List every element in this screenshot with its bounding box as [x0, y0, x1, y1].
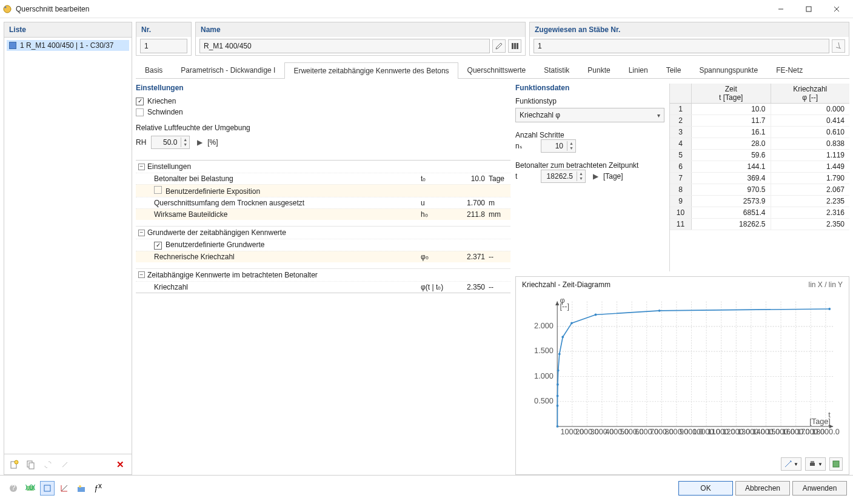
spin-down-icon: ▼	[181, 142, 189, 147]
title-bar: Querschnitt bearbeiten	[0, 0, 853, 18]
delete-button[interactable]: ✕	[112, 459, 129, 470]
svg-point-63	[557, 370, 560, 372]
svg-point-64	[558, 353, 561, 355]
table-row[interactable]: 6144.11.449	[670, 161, 849, 173]
dimensions-button[interactable]	[57, 481, 72, 496]
list-item[interactable]: 1 R_M1 400/450 | 1 - C30/37	[7, 40, 129, 51]
tree-category[interactable]: −Einstellungen	[136, 161, 510, 173]
assigned-input[interactable]	[534, 39, 829, 53]
assigned-box: Zugewiesen an Stäbe Nr.	[529, 22, 849, 56]
list-header: Liste	[4, 22, 132, 38]
rh-title: Relative Luftfeuchte der Umgebung	[136, 124, 510, 132]
link2-button	[58, 457, 72, 472]
table-row[interactable]: 8970.52.067	[670, 184, 849, 196]
function-button[interactable]: ƒx	[91, 481, 105, 496]
data-table: Zeitt [Tage] Kriechzahlφ [--] 110.00.000…	[669, 84, 849, 271]
tab-4[interactable]: Statistik	[535, 62, 578, 78]
svg-point-83	[79, 485, 81, 488]
table-row[interactable]: 106851.42.316	[670, 207, 849, 219]
tab-7[interactable]: Teile	[657, 62, 691, 78]
close-button[interactable]	[823, 1, 851, 18]
shrinkage-checkbox-row[interactable]: Schwinden	[136, 108, 510, 116]
apply-button[interactable]: Anwenden	[792, 481, 847, 496]
name-input[interactable]	[199, 39, 490, 53]
library-button[interactable]	[508, 39, 521, 53]
svg-text:0.500: 0.500	[534, 397, 554, 405]
tab-2[interactable]: Erweiterte zeitabhängige Kennwerte des B…	[284, 62, 458, 79]
new-button[interactable]	[7, 457, 21, 472]
tab-0[interactable]: Basis	[136, 62, 172, 78]
svg-point-66	[570, 322, 573, 324]
nr-input[interactable]	[140, 39, 187, 53]
tab-6[interactable]: Linien	[620, 62, 657, 78]
tab-8[interactable]: Spannungspunkte	[690, 62, 767, 78]
minimize-button[interactable]	[767, 1, 795, 18]
table-row[interactable]: 559.61.119	[670, 150, 849, 161]
table-row[interactable]: 110.00.000	[670, 104, 849, 115]
steps-symbol: nₛ	[515, 142, 536, 150]
svg-rect-75	[811, 461, 814, 463]
maximize-button[interactable]	[795, 1, 823, 18]
svg-rect-11	[514, 43, 516, 49]
table-row[interactable]: 316.10.610	[670, 127, 849, 138]
cancel-button[interactable]: Abbrechen	[735, 481, 790, 496]
chevron-down-icon: ▾	[657, 112, 660, 119]
tree-category[interactable]: −Grundwerte der zeitabhängigen Kennwerte	[136, 226, 510, 239]
edit-name-button[interactable]	[492, 39, 506, 53]
print-chart-button[interactable]: ▼	[805, 457, 826, 471]
svg-point-7	[15, 460, 18, 464]
copy-button[interactable]	[24, 457, 38, 472]
app-icon	[2, 4, 12, 14]
list-toolbar: ✕	[4, 454, 132, 474]
ok-button[interactable]: OK	[678, 481, 733, 496]
table-row[interactable]: 92573.92.235	[670, 196, 849, 207]
tab-5[interactable]: Punkte	[578, 62, 619, 78]
svg-text:ƒ: ƒ	[94, 484, 98, 492]
table-row[interactable]: 428.00.838	[670, 138, 849, 150]
play-icon[interactable]: ▶	[197, 138, 202, 147]
tab-1[interactable]: Parametrisch - Dickwandige I	[172, 62, 284, 78]
rh-input[interactable]: 50.0 ▲▼	[151, 136, 190, 149]
list-pane: Liste 1 R_M1 400/450 | 1 - C30/37 ✕	[4, 22, 132, 475]
render-button[interactable]	[74, 481, 89, 496]
svg-rect-9	[29, 463, 34, 469]
view-button[interactable]	[40, 481, 55, 496]
creep-checkbox-row[interactable]: Kriechen	[136, 97, 510, 105]
tab-9[interactable]: FE-Netz	[767, 62, 812, 78]
checkbox-icon[interactable]	[154, 186, 162, 194]
svg-text:[Tage]: [Tage]	[809, 417, 831, 426]
svg-text:x: x	[98, 483, 102, 490]
units-button[interactable]: 0.00	[23, 481, 38, 496]
function-type-select[interactable]: Kriechzahl φ▾	[515, 108, 664, 122]
chart-options-button[interactable]: ▼	[781, 457, 801, 471]
steps-input[interactable]: 10 ▲▼	[541, 139, 576, 153]
rh-unit: [%]	[207, 138, 218, 147]
play-icon[interactable]: ▶	[593, 172, 598, 181]
tree-row: Querschnittsumfang dem Trocknen ausgeset…	[136, 197, 510, 208]
table-row[interactable]: 211.70.414	[670, 115, 849, 127]
export-chart-button[interactable]	[829, 457, 843, 471]
help-button[interactable]: ?	[6, 481, 21, 496]
table-row[interactable]: 7369.41.790	[670, 173, 849, 184]
nr-label: Nr.	[136, 22, 191, 37]
chart-title: Kriechzahl - Zeit-Diagramm	[522, 280, 610, 289]
parameter-tree: −Einstellungen Betonalter bei Belastungt…	[136, 160, 510, 293]
svg-text:1.000: 1.000	[534, 372, 554, 380]
svg-point-65	[561, 336, 564, 338]
svg-point-67	[595, 314, 597, 316]
checkbox-icon	[136, 98, 144, 105]
pick-member-button[interactable]	[832, 39, 845, 53]
svg-point-69	[828, 308, 831, 310]
checkbox-icon[interactable]	[154, 242, 162, 250]
chart-scale: lin X / lin Y	[809, 280, 843, 289]
svg-rect-3	[806, 7, 811, 12]
age-input[interactable]: 18262.5 ▲▼	[541, 170, 586, 183]
function-type-label: Funktionstyp	[515, 97, 664, 105]
tab-3[interactable]: Querschnittswerte	[458, 62, 535, 78]
table-row[interactable]: 1118262.52.350	[670, 219, 849, 230]
shrinkage-label: Schwinden	[147, 108, 183, 116]
age-symbol: t	[515, 172, 536, 181]
steps-label: Anzahl Schritte	[515, 131, 594, 139]
tree-category[interactable]: −Zeitabhängige Kennwerte im betrachteten…	[136, 268, 510, 281]
svg-text:2.000: 2.000	[534, 322, 554, 330]
